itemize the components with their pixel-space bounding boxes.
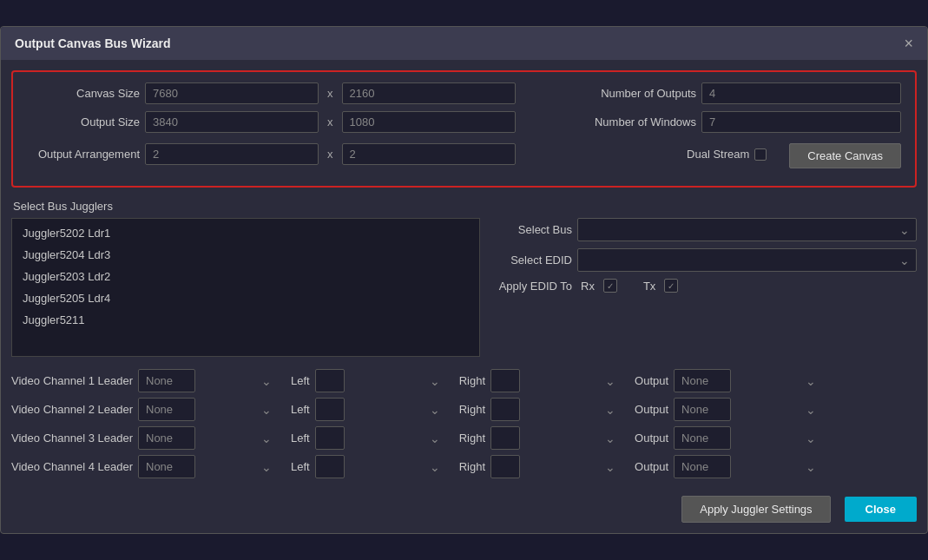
ch1-right-dropdown[interactable] (490, 369, 520, 392)
num-outputs-label: Number of Outputs (601, 87, 696, 100)
apply-edid-row: Apply EDID To Rx ✓ Tx ✓ (494, 279, 917, 293)
juggler-list: Juggler5202 Ldr1 Juggler5204 Ldr3 Juggle… (11, 218, 480, 357)
ch1-left-wrapper (315, 369, 445, 392)
num-windows-input[interactable] (701, 111, 901, 133)
canvas-size-x-separator: x (324, 87, 337, 100)
list-item[interactable]: Juggler5202 Ldr1 (12, 222, 479, 244)
config-section: Canvas Size x Number of Outputs Output S… (11, 70, 917, 188)
ch3-right-label: Right (459, 432, 485, 445)
num-outputs-input[interactable] (701, 82, 901, 104)
ch4-output-wrapper: None (674, 455, 821, 478)
ch1-output-wrapper: None (674, 369, 821, 392)
ch4-right-wrapper (490, 455, 621, 478)
ch4-left-wrapper (315, 455, 445, 478)
output-size-row: Output Size x Number of Windows (27, 111, 901, 133)
rx-label: Rx (581, 280, 595, 293)
ch2-leader-dropdown[interactable]: None (138, 398, 195, 421)
ch1-left-label: Left (291, 374, 310, 387)
ch2-right-dropdown[interactable] (490, 398, 520, 421)
canvas-size-label: Canvas Size (27, 87, 140, 100)
ch1-left-dropdown[interactable] (315, 369, 345, 392)
ch2-right-label: Right (459, 403, 485, 416)
ch1-output-label: Output (635, 374, 668, 387)
channel-row-3: Video Channel 3 Leader None Left Right (11, 426, 917, 450)
canvas-height-input[interactable] (342, 82, 516, 104)
ch4-label: Video Channel 4 Leader (11, 460, 133, 473)
ch3-left-dropdown[interactable] (315, 426, 345, 450)
arrangement-x-input[interactable] (145, 143, 319, 165)
ch3-left-wrapper (315, 426, 445, 450)
list-item[interactable]: Juggler5203 Ldr2 (12, 266, 479, 287)
channel-row-1: Video Channel 1 Leader None Left Right (11, 369, 917, 392)
ch3-right-dropdown[interactable] (490, 426, 520, 450)
ch3-output-wrapper: None (674, 426, 821, 450)
output-width-input[interactable] (145, 111, 319, 133)
ch3-label: Video Channel 3 Leader (11, 432, 133, 445)
ch2-left-wrapper (315, 398, 445, 421)
list-item[interactable]: Juggler5211 (12, 309, 479, 331)
list-item[interactable]: Juggler5204 Ldr3 (12, 244, 479, 266)
ch2-left-label: Left (291, 403, 310, 416)
ch4-leader-dropdown[interactable]: None (138, 455, 195, 478)
close-dialog-button[interactable]: Close (845, 497, 917, 522)
ch2-output-label: Output (635, 403, 668, 416)
arrangement-row: Output Arrangement x Dual Stream Create … (27, 140, 901, 168)
ch4-leader-wrapper: None (138, 455, 277, 478)
select-edid-label: Select EDID (494, 254, 572, 267)
select-bus-wrapper (577, 218, 917, 241)
ch3-output-dropdown[interactable]: None (674, 426, 731, 450)
num-windows-group: Number of Windows (595, 111, 901, 133)
num-outputs-group: Number of Outputs (601, 82, 901, 104)
ch1-right-wrapper (490, 369, 621, 392)
ch3-output-label: Output (635, 432, 668, 445)
apply-juggler-settings-button[interactable]: Apply Juggler Settings (681, 496, 830, 523)
dual-stream-checkbox[interactable] (754, 148, 767, 161)
ch2-left-dropdown[interactable] (315, 398, 345, 421)
select-edid-wrapper (577, 248, 917, 272)
select-edid-dropdown[interactable] (577, 248, 917, 272)
bottom-bar: Apply Juggler Settings Close (11, 491, 917, 523)
ch4-left-dropdown[interactable] (315, 455, 345, 478)
arrangement-x-separator: x (324, 148, 337, 161)
output-height-input[interactable] (342, 111, 516, 133)
ch1-label: Video Channel 1 Leader (11, 374, 133, 387)
tx-checkbox[interactable]: ✓ (664, 279, 678, 293)
jugglers-section-title: Select Bus Jugglers (11, 200, 917, 213)
ch1-leader-wrapper: None (138, 369, 277, 392)
list-item[interactable]: Juggler5205 Ldr4 (12, 287, 479, 309)
right-controls: Select Bus Select EDID (494, 218, 917, 357)
apply-edid-label: Apply EDID To (494, 280, 572, 293)
ch2-output-dropdown[interactable]: None (674, 398, 731, 421)
create-canvas-button[interactable]: Create Canvas (789, 143, 901, 168)
num-windows-label: Number of Windows (595, 115, 696, 128)
ch2-leader-wrapper: None (138, 398, 277, 421)
ch2-output-wrapper: None (674, 398, 821, 421)
output-size-label: Output Size (27, 115, 140, 128)
channels-section: Video Channel 1 Leader None Left Right (11, 369, 917, 478)
channel-row-4: Video Channel 4 Leader None Left Right (11, 455, 917, 478)
ch4-right-label: Right (459, 460, 485, 473)
output-arrangement-label: Output Arrangement (27, 148, 140, 161)
tx-label: Tx (643, 280, 655, 293)
arrangement-y-input[interactable] (342, 143, 516, 165)
ch2-label: Video Channel 2 Leader (11, 403, 133, 416)
title-close-button[interactable]: × (904, 36, 913, 51)
canvas-width-input[interactable] (145, 82, 319, 104)
content-area: Canvas Size x Number of Outputs Output S… (1, 60, 927, 533)
ch4-output-label: Output (635, 460, 668, 473)
ch4-left-label: Left (291, 460, 310, 473)
select-bus-dropdown[interactable] (577, 218, 917, 241)
ch4-output-dropdown[interactable]: None (674, 455, 731, 478)
select-bus-label: Select Bus (494, 223, 572, 236)
ch1-leader-dropdown[interactable]: None (138, 369, 195, 392)
ch3-leader-dropdown[interactable]: None (138, 426, 195, 450)
ch4-right-dropdown[interactable] (490, 455, 520, 478)
channel-row-2: Video Channel 2 Leader None Left Right (11, 398, 917, 421)
select-bus-row: Select Bus (494, 218, 917, 241)
rx-checkbox[interactable]: ✓ (603, 279, 617, 293)
ch3-left-label: Left (291, 432, 310, 445)
ch1-output-dropdown[interactable]: None (674, 369, 731, 392)
main-row: Juggler5202 Ldr1 Juggler5204 Ldr3 Juggle… (11, 218, 917, 357)
dialog: Output Canvas Bus Wizard × Canvas Size x… (0, 26, 928, 534)
ch3-leader-wrapper: None (138, 426, 277, 450)
